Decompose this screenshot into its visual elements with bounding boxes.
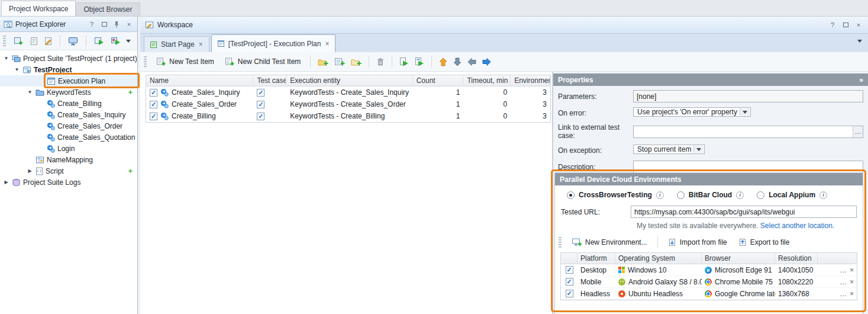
- tree-item-testproject[interactable]: ▼ TestProject: [0, 64, 137, 75]
- remove-environment-icon[interactable]: ×: [850, 266, 854, 274]
- remove-environment-icon[interactable]: ×: [850, 278, 854, 286]
- dropdown-caret-icon[interactable]: [693, 146, 704, 153]
- float-icon[interactable]: [99, 20, 109, 29]
- close-icon[interactable]: ×: [124, 20, 134, 29]
- outdent-button[interactable]: [466, 56, 477, 68]
- indent-button[interactable]: [481, 56, 492, 68]
- tab-project-workspace[interactable]: Project Workspace: [1, 1, 76, 16]
- environment-row[interactable]: ✓ Desktop Windows 10 eMicrosoft Edge 91 …: [561, 264, 857, 276]
- add-new-item-button[interactable]: [12, 35, 25, 47]
- object-browser-icon-button[interactable]: [67, 36, 79, 47]
- tree-item-create-sales-quotation[interactable]: Create_Sales_Quotation: [0, 132, 137, 143]
- description-field[interactable]: [633, 161, 863, 173]
- info-icon[interactable]: i: [819, 191, 827, 199]
- add-keyword-test-icon[interactable]: +: [128, 88, 133, 96]
- delete-button[interactable]: [375, 56, 386, 68]
- new-child-test-item-button[interactable]: New Child Test Item: [221, 55, 304, 68]
- new-items-from-list-button[interactable]: [333, 56, 346, 68]
- tab-list-caret[interactable]: [857, 40, 862, 43]
- tree-item-project-suite[interactable]: ▼ Project Suite 'TestProject' (1 project…: [0, 53, 137, 64]
- tree-item-namemapping[interactable]: NameMapping: [0, 154, 137, 165]
- close-tab-icon[interactable]: ×: [324, 40, 330, 48]
- add-script-icon[interactable]: +: [128, 167, 133, 175]
- tab-start-page[interactable]: Start Page ×: [144, 36, 209, 52]
- info-icon[interactable]: i: [656, 191, 664, 199]
- row-checkbox[interactable]: ✓: [150, 113, 157, 120]
- collapse-panel-icon[interactable]: »: [859, 76, 863, 84]
- on-error-select[interactable]: Use project's 'On error' property: [633, 107, 751, 117]
- tree-item-script[interactable]: ▶ Script +: [0, 165, 137, 177]
- expander-icon[interactable]: ▼: [27, 89, 33, 95]
- more-options-icon[interactable]: …: [840, 278, 847, 286]
- table-row[interactable]: ✓Create_Sales_Order ✓ KeywordTests - Cre…: [146, 98, 550, 110]
- more-options-icon[interactable]: …: [840, 266, 847, 274]
- environment-row[interactable]: ✓ Headless Ubuntu Headless Google Chrome…: [561, 288, 857, 300]
- tree-item-project-suite-logs[interactable]: ▶ Project Suite Logs: [0, 177, 137, 188]
- radio-icon[interactable]: [757, 191, 764, 199]
- test-case-checkbox[interactable]: ✓: [257, 101, 264, 108]
- close-icon[interactable]: ×: [854, 20, 863, 30]
- select-location-link[interactable]: Select another location.: [760, 222, 834, 230]
- run-project-suite-button[interactable]: [109, 35, 122, 47]
- export-to-file-button[interactable]: Export to file: [735, 236, 793, 249]
- radio-icon[interactable]: [567, 191, 575, 199]
- more-options-icon[interactable]: …: [840, 290, 847, 298]
- new-group-button[interactable]: [317, 56, 330, 68]
- info-icon[interactable]: i: [736, 191, 744, 199]
- close-tab-icon[interactable]: ×: [198, 40, 204, 49]
- move-down-button[interactable]: [452, 56, 463, 68]
- environment-row[interactable]: ✓ Mobile Android Galaxy S8 / 8.0 Chrome …: [561, 276, 857, 288]
- expander-icon[interactable]: ▶: [27, 168, 33, 174]
- row-checkbox[interactable]: ✓: [150, 89, 157, 97]
- remove-environment-icon[interactable]: ×: [850, 290, 854, 298]
- expander-icon[interactable]: ▶: [3, 180, 9, 185]
- help-icon[interactable]: ?: [828, 20, 837, 30]
- tree-item-execution-plan[interactable]: Execution Plan: [0, 75, 137, 86]
- tree-item-login[interactable]: Login: [0, 143, 137, 154]
- env-checkbox[interactable]: ✓: [566, 278, 573, 286]
- tree-item-create-sales-order[interactable]: Create_Sales_Order: [0, 120, 137, 132]
- test-case-checkbox[interactable]: ✓: [257, 89, 264, 97]
- row-checkbox[interactable]: ✓: [150, 101, 157, 108]
- run-dropdown-caret[interactable]: [126, 40, 131, 43]
- float-icon[interactable]: [841, 20, 850, 30]
- browse-icon[interactable]: …: [853, 126, 863, 137]
- link-external-field[interactable]: [633, 126, 863, 138]
- radio-crossbrowsertesting[interactable]: CrossBrowserTesting i: [567, 191, 664, 199]
- toolbar-grip[interactable]: [144, 56, 147, 67]
- env-checkbox[interactable]: ✓: [566, 266, 573, 274]
- run-from-selected-button[interactable]: [414, 56, 425, 68]
- radio-local-appium[interactable]: Local Appium i: [757, 191, 827, 199]
- run-selected-button[interactable]: [398, 56, 410, 68]
- move-up-button[interactable]: [438, 56, 448, 68]
- radio-icon[interactable]: [677, 191, 685, 199]
- tested-url-field[interactable]: [631, 206, 857, 218]
- toolbar-grip[interactable]: [559, 237, 562, 248]
- tree-item-create-sales-inquiry[interactable]: Create_Sales_Inquiry: [0, 109, 137, 120]
- new-environment-button[interactable]: New Environment...: [568, 236, 651, 249]
- edit-item-button[interactable]: [43, 36, 53, 47]
- table-row[interactable]: ✓Create_Billing ✓ KeywordTests - Create_…: [146, 110, 550, 122]
- expander-icon[interactable]: ▼: [14, 67, 20, 72]
- toolbar-grip[interactable]: [3, 36, 6, 46]
- tab-execution-plan[interactable]: [TestProject] - Execution Plan ×: [211, 34, 336, 52]
- parameters-field[interactable]: [633, 90, 863, 102]
- tree-item-keywordtests[interactable]: ▼ KeywordTests +: [0, 86, 137, 98]
- on-exception-select[interactable]: Stop current item: [633, 145, 705, 154]
- tree-item-create-billing[interactable]: Create_Billing: [0, 98, 137, 109]
- add-existing-item-button[interactable]: [29, 36, 39, 47]
- table-row[interactable]: ✓Create_Sales_Inquiry ✓ KeywordTests - C…: [146, 86, 550, 98]
- test-case-checkbox[interactable]: ✓: [257, 113, 264, 120]
- env-platform: Mobile: [580, 278, 601, 286]
- new-test-item-button[interactable]: New Test Item: [153, 55, 218, 68]
- import-from-file-button[interactable]: Import from file: [664, 236, 731, 249]
- add-existing-group-button[interactable]: [350, 56, 363, 68]
- expander-icon[interactable]: ▼: [3, 56, 9, 61]
- pin-icon[interactable]: [112, 20, 121, 29]
- run-project-button[interactable]: [93, 35, 105, 47]
- tab-object-browser[interactable]: Object Browser: [76, 2, 140, 16]
- dropdown-caret-icon[interactable]: [740, 108, 750, 116]
- radio-bitbar-cloud[interactable]: BitBar Cloud i: [677, 191, 744, 199]
- help-icon[interactable]: ?: [87, 20, 96, 29]
- env-checkbox[interactable]: ✓: [566, 290, 573, 297]
